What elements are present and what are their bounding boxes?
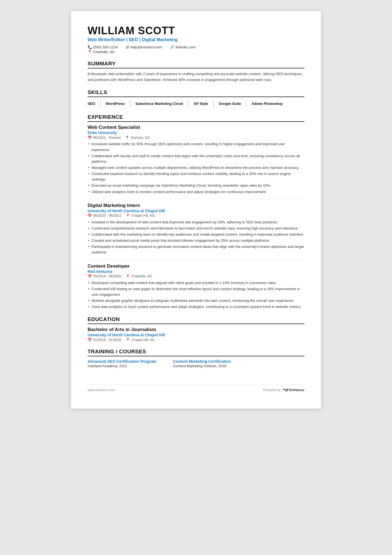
location-item: 📍 Charlotte, NC — [88, 50, 115, 54]
edu-block: Bachelor of Arts in Journalism Universit… — [88, 327, 304, 342]
email-value: help@enhancv.com — [130, 45, 162, 49]
job-divider — [88, 259, 304, 260]
location-icon: 📍 — [125, 135, 130, 140]
training-item: Content Marketing Certification Content … — [173, 359, 231, 368]
bullet-item: Executed an email marketing campaign via… — [88, 183, 304, 188]
training-title: TRAINING / COURSES — [88, 349, 304, 356]
linkedin-value: linkedin.com — [175, 45, 195, 49]
bullet-item: Participated in brainstorming sessions t… — [88, 244, 304, 255]
edu-container: Bachelor of Arts in Journalism Universit… — [88, 327, 304, 342]
bullet-item: Created and scheduled social media posts… — [88, 238, 304, 243]
job-meta: 📅 06/2021 - Present 📍 Durham, NC — [88, 135, 304, 140]
calendar-icon: 📅 — [88, 274, 92, 278]
linkedin-icon: 🔗 — [170, 45, 174, 49]
company-name: Red Ventures — [88, 269, 304, 274]
training-provider: Content Marketing Institute, 2020 — [173, 364, 231, 368]
calendar-icon: 📅 — [88, 214, 92, 218]
job-dates: 📅 05/2019 - 06/2020 — [88, 274, 121, 278]
bullet-item: Increased website traffic by 30% through… — [88, 141, 304, 152]
bullet-list: Assisted in the development of web conte… — [88, 219, 304, 255]
location-icon: 📍 — [126, 338, 130, 342]
header: WILLIAM SCOTT Web Writer/Editor | SEO | … — [88, 25, 304, 54]
dates-value: 06/2021 - Present — [93, 136, 121, 140]
calendar-icon: 📅 — [88, 338, 92, 342]
education-title: EDUCATION — [88, 316, 304, 324]
location-icon: 📍 — [126, 274, 130, 278]
bullet-item: Conducted comprehensive research and int… — [88, 226, 304, 231]
location-icon: 📍 — [88, 50, 92, 54]
skill-item: SEO — [88, 100, 101, 107]
bullet-item: Collaborated with faculty and staff to c… — [88, 153, 304, 164]
job-location: 📍 Durham, NC — [125, 135, 150, 140]
job-dates: 📅 06/2021 - Present — [88, 135, 121, 140]
email-icon: @ — [126, 45, 129, 49]
training-name: Advanced SEO Certification Program — [88, 359, 156, 364]
brand-name: Enhancv — [289, 388, 304, 392]
skills-title: SKILLS — [88, 89, 304, 97]
skill-item: Google Suite — [219, 100, 247, 107]
phone-value: (555) 555-1234 — [93, 45, 118, 49]
bullet-item: Collaborated with the marketing team to … — [88, 232, 304, 237]
training-provider: HubSpot Academy, 2021 — [88, 364, 156, 368]
job-dates: 📅 06/2020 - 06/2021 — [88, 214, 121, 218]
job-title: Web Content Specialist — [88, 125, 304, 130]
candidate-name: WILLIAM SCOTT — [88, 25, 304, 37]
summary-text: Enthusiastic web writer/editor with 2 ye… — [88, 71, 304, 83]
edu-dates: 📅 01/2016 - 01/2020 — [88, 338, 121, 342]
bullet-item: Assisted in the development of web conte… — [88, 219, 304, 225]
location-row: 📍 Charlotte, NC — [88, 50, 304, 54]
footer-powered: Powered by Enhancv — [263, 388, 304, 392]
skill-item: Salesforce Marketing Cloud — [135, 100, 188, 107]
bullet-item: Worked alongside graphic designers to in… — [88, 298, 304, 304]
location-value: Chapel Hill, NC — [131, 214, 155, 218]
job-title: Content Developer — [88, 263, 304, 269]
bullet-item: Utilized web analytics tools to monitor … — [88, 189, 304, 195]
dates-value: 05/2019 - 06/2020 — [93, 274, 121, 278]
bullet-list: Developed compelling web content that al… — [88, 280, 304, 310]
job-location: 📍 Charlotte, NC — [126, 274, 152, 278]
job-location: 📍 Chapel Hill, NC — [126, 214, 155, 218]
skill-item: AP Style — [193, 100, 214, 107]
training-name: Content Marketing Certification — [173, 359, 231, 364]
edu-dates-value: 01/2016 - 01/2020 — [93, 338, 121, 342]
job-block: Web Content Specialist Duke University 📅… — [88, 125, 304, 194]
edu-meta: 📅 01/2016 - 01/2020 📍 Chapel Hill, NC — [88, 338, 304, 342]
bullet-item: Used data analytics to track content per… — [88, 304, 304, 310]
contact-row: 📞 (555) 555-1234 @ help@enhancv.com 🔗 li… — [88, 45, 304, 49]
enhancv-logo: Enhancv — [282, 388, 304, 392]
location-value: Charlotte, NC — [131, 274, 152, 278]
job-block: Digital Marketing Intern University of N… — [88, 203, 304, 255]
resume-page: WILLIAM SCOTT Web Writer/Editor | SEO | … — [71, 11, 321, 409]
job-divider — [88, 199, 304, 199]
skills-list: SEOWordPressSalesforce Marketing CloudAP… — [88, 100, 304, 107]
email-item: @ help@enhancv.com — [126, 45, 162, 49]
education-section: EDUCATION Bachelor of Arts in Journalism… — [88, 316, 304, 342]
edu-location-value: Chapel Hill, NC — [131, 338, 155, 342]
phone-item: 📞 (555) 555-1234 — [88, 45, 118, 49]
phone-icon: 📞 — [88, 45, 92, 49]
training-section: TRAINING / COURSES Advanced SEO Certific… — [88, 349, 304, 368]
linkedin-item: 🔗 linkedin.com — [170, 45, 195, 49]
edu-location: 📍 Chapel Hill, NC — [126, 338, 155, 342]
location-value: Charlotte, NC — [93, 50, 115, 54]
footer-url: www.enhancv.com — [88, 388, 115, 392]
skill-item: WordPress — [106, 100, 130, 107]
edu-school: University of North Carolina at Chapel H… — [88, 333, 304, 337]
bullet-item: Developed compelling web content that al… — [88, 280, 304, 286]
footer: www.enhancv.com Powered by Enhancv — [88, 385, 304, 392]
experience-section: EXPERIENCE Web Content Specialist Duke U… — [88, 114, 304, 310]
job-meta: 📅 05/2019 - 06/2020 📍 Charlotte, NC — [88, 274, 304, 278]
summary-title: SUMMARY — [88, 61, 304, 68]
company-name: Duke University — [88, 130, 304, 135]
experience-title: EXPERIENCE — [88, 114, 304, 122]
location-icon: 📍 — [126, 214, 130, 218]
bullet-item: Conducted keyword research to identify t… — [88, 171, 304, 182]
jobs-container: Web Content Specialist Duke University 📅… — [88, 125, 304, 310]
skills-section: SKILLS SEOWordPressSalesforce Marketing … — [88, 89, 304, 107]
bullet-list: Increased website traffic by 30% through… — [88, 141, 304, 194]
job-meta: 📅 06/2020 - 06/2021 📍 Chapel Hill, NC — [88, 214, 304, 218]
summary-section: SUMMARY Enthusiastic web writer/editor w… — [88, 61, 304, 83]
enhancv-logo-svg — [282, 388, 289, 392]
edu-degree: Bachelor of Arts in Journalism — [88, 327, 304, 332]
training-item: Advanced SEO Certification Program HubSp… — [88, 359, 156, 368]
